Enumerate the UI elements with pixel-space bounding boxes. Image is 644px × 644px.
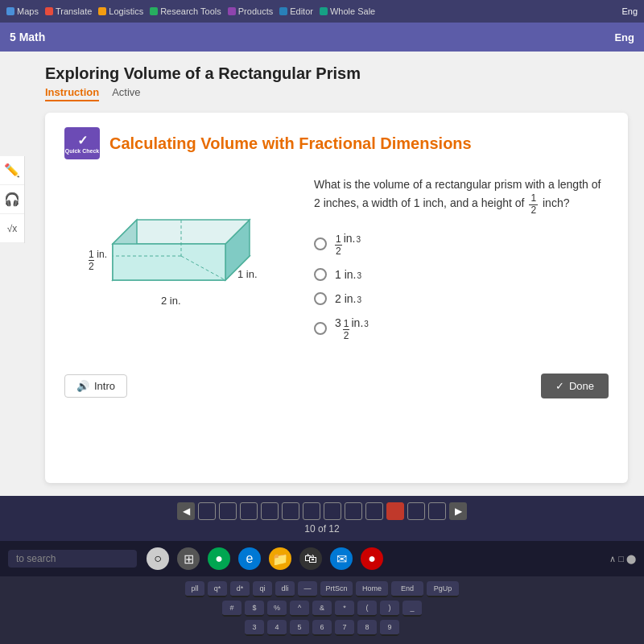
option-d[interactable]: 3 1 2 in.3 [314,316,609,341]
taskbar-task-icon[interactable]: ⊞ [177,547,200,570]
tab-wholesale-dot [320,7,328,15]
tab-editor[interactable]: Editor [279,6,313,16]
browser-toolbar: Maps Translate Logistics Research Tools … [0,0,644,23]
next-page-button[interactable]: ▶ [449,502,467,520]
key-hash[interactable]: # [222,601,242,617]
card-title: Calculating Volume with Fractional Dimen… [109,134,472,153]
key-3[interactable]: 3 [245,620,264,636]
key-qi[interactable]: qi [253,581,272,597]
keyboard-area: pll q* d* qi dli — PrtScn Home End PgUp … [0,576,644,644]
key-end[interactable]: End [391,581,423,597]
taskbar-search-icon[interactable]: ○ [147,547,169,570]
pg-dot-11[interactable] [407,502,425,520]
option-c[interactable]: 2 in.3 [314,292,609,305]
key-lparen[interactable]: ( [357,601,377,617]
radio-b[interactable] [314,268,327,281]
page-label: 10 of 12 [304,523,339,535]
option-d-text: 3 1 2 in.3 [335,316,369,341]
tab-research[interactable]: Research Tools [150,6,221,16]
content-body: 1 2 in. 2 in. 1 in. What is the volume o… [64,175,609,341]
taskbar-app-icon[interactable]: ● [208,547,230,570]
card-footer: 🔊 Intro ✓ Done [64,365,609,398]
pg-dot-7[interactable] [324,502,341,520]
key-7[interactable]: 7 [335,620,354,636]
pg-dot-10[interactable] [386,502,404,520]
height-label: 1 2 in. [89,248,107,272]
key-row-3: 3 4 5 6 7 8 9 [8,620,636,636]
intro-button[interactable]: 🔊 Intro [64,374,127,398]
headphone-icon[interactable]: 🎧 [0,185,24,214]
pagination-area: ◀ ▶ 10 of 12 [0,496,644,541]
key-4[interactable]: 4 [267,620,287,636]
tab-translate[interactable]: Translate [45,6,92,16]
done-button[interactable]: ✓ Done [541,374,609,398]
key-underscore[interactable]: _ [402,601,422,617]
tab-translate-dot [45,7,53,15]
left-sidebar: ✏️ 🎧 √x [0,156,25,243]
tab-products-dot [228,7,236,15]
options-list: 1 2 in.3 1 in.3 2 in.3 [314,232,609,341]
pg-dot-6[interactable] [303,502,320,520]
option-b[interactable]: 1 in.3 [314,268,609,281]
radio-a[interactable] [314,237,327,250]
key-dollar[interactable]: $ [245,601,264,617]
formula-icon[interactable]: √x [0,214,24,243]
taskbar-store-icon[interactable]: 🛍 [299,547,322,570]
tab-logistics-dot [98,7,106,15]
key-9[interactable]: 9 [380,620,399,636]
key-star[interactable]: * [335,601,354,617]
pg-dot-3[interactable] [240,502,258,520]
question-area: What is the volume of a rectangular pris… [314,175,609,341]
pencil-icon[interactable]: ✏️ [0,156,24,185]
key-5[interactable]: 5 [290,620,309,636]
tab-instruction[interactable]: Instruction [45,86,99,101]
option-a[interactable]: 1 2 in.3 [314,232,609,257]
key-q[interactable]: q* [208,581,227,597]
app-header: 5 Math Eng [0,23,644,52]
key-percent[interactable]: % [267,601,287,617]
key-dash[interactable]: — [298,581,317,597]
radio-c[interactable] [314,292,327,305]
app-header-right: Eng [614,31,634,43]
main-card: ✓ Quick Check Calculating Volume with Fr… [45,113,628,483]
tab-wholesale[interactable]: Whole Sale [320,6,375,16]
tab-active[interactable]: Active [112,86,140,101]
key-6[interactable]: 6 [312,620,332,636]
key-caret[interactable]: ^ [290,601,309,617]
pg-dot-9[interactable] [365,502,383,520]
tab-maps[interactable]: Maps [6,6,39,16]
pg-dot-2[interactable] [219,502,237,520]
pg-dot-4[interactable] [261,502,279,520]
key-pgup[interactable]: PgUp [427,581,459,597]
radio-d[interactable] [314,322,327,335]
pg-dot-5[interactable] [282,502,299,520]
prev-page-button[interactable]: ◀ [177,502,195,520]
key-row-1: pll q* d* qi dli — PrtScn Home End PgUp [8,581,636,597]
tab-products[interactable]: Products [228,6,273,16]
key-amp[interactable]: & [312,601,332,617]
taskbar-search[interactable]: to search [8,550,137,568]
prism-area: 1 2 in. 2 in. 1 in. [64,175,290,336]
key-d[interactable]: d* [230,581,250,597]
tab-logistics[interactable]: Logistics [98,6,143,16]
pg-dot-1[interactable] [198,502,216,520]
taskbar-mail-icon[interactable]: ✉ [330,547,353,570]
key-home[interactable]: Home [356,581,388,597]
key-8[interactable]: 8 [357,620,377,636]
taskbar-chrome-icon[interactable]: ● [361,547,383,570]
option-a-text: 1 2 in.3 [335,232,361,257]
key-pll[interactable]: pll [185,581,204,597]
taskbar: to search ○ ⊞ ● e 📁 🛍 ✉ ● ∧ □ ⬤ [0,541,644,576]
check-icon: ✓ [555,380,564,392]
pg-dot-8[interactable] [345,502,362,520]
key-rparen[interactable]: ) [380,601,399,617]
speaker-icon: 🔊 [76,380,89,392]
option-c-text: 2 in.3 [335,292,361,305]
page-title: Exploring Volume of a Rectangular Prism [45,64,628,83]
taskbar-edge-icon[interactable]: e [238,547,261,570]
taskbar-folder-icon[interactable]: 📁 [269,547,291,570]
svg-marker-4 [113,244,225,280]
key-prtscn[interactable]: PrtScn [320,581,353,597]
pg-dot-12[interactable] [428,502,446,520]
key-dli[interactable]: dli [275,581,295,597]
